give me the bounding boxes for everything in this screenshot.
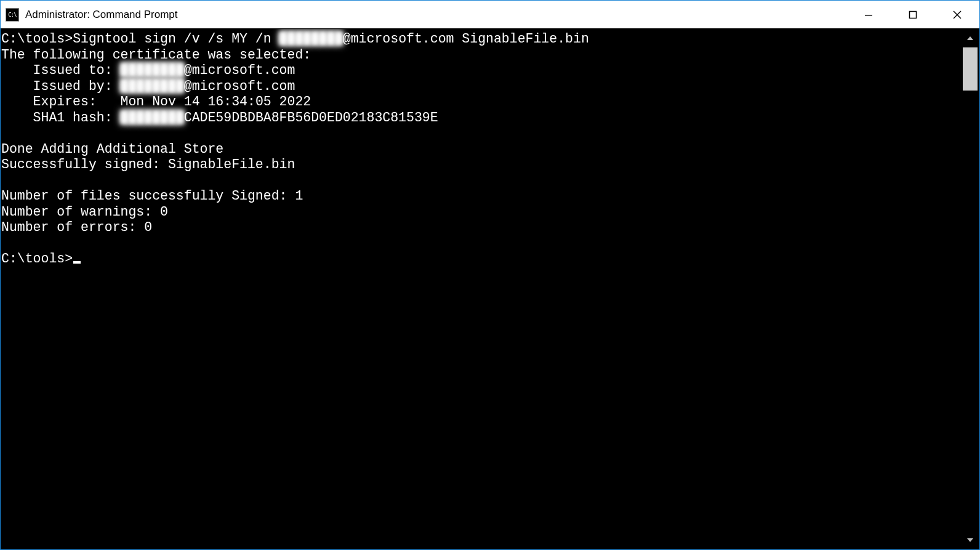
redacted-text: ████████ (121, 79, 184, 95)
output-line: Issued by: ████████@microsoft.com (1, 79, 961, 95)
command-line: C:\tools>Signtool sign /v /s MY /n █████… (1, 31, 961, 47)
field-label: SHA1 hash: (1, 110, 121, 125)
redacted-text: ████████ (121, 63, 184, 79)
close-button[interactable] (935, 1, 979, 28)
terminal-wrap: C:\tools>Signtool sign /v /s MY /n █████… (1, 29, 979, 549)
minimize-button[interactable] (846, 1, 891, 28)
field-value: @microsoft.com (184, 63, 295, 78)
terminal-output[interactable]: C:\tools>Signtool sign /v /s MY /n █████… (1, 29, 961, 549)
field-label: Issued to: (1, 63, 121, 78)
output-line: Number of errors: 0 (1, 220, 961, 236)
field-value: @microsoft.com (184, 79, 295, 94)
cursor (73, 261, 81, 264)
prompt-line: C:\tools> (1, 251, 961, 267)
blank-line (1, 173, 961, 189)
output-line: Expires: Mon Nov 14 16:34:05 2022 (1, 94, 961, 110)
field-label: Issued by: (1, 79, 121, 94)
vertical-scrollbar[interactable] (961, 29, 979, 549)
output-line: Successfully signed: SignableFile.bin (1, 157, 961, 173)
output-line: Done Adding Additional Store (1, 142, 961, 158)
window-controls (846, 1, 979, 28)
scroll-up-button[interactable] (961, 29, 979, 47)
output-line: Issued to: ████████@microsoft.com (1, 63, 961, 79)
svg-marker-5 (967, 538, 973, 542)
svg-rect-0 (865, 15, 872, 16)
app-icon: C:\ (6, 8, 19, 22)
output-line: Number of warnings: 0 (1, 204, 961, 220)
output-line: The following certificate was selected: (1, 47, 961, 63)
command-text: Signtool sign /v /s MY /n (73, 31, 279, 46)
scroll-down-button[interactable] (961, 531, 979, 549)
svg-rect-1 (910, 11, 917, 18)
maximize-button[interactable] (891, 1, 935, 28)
command-text: @microsoft.com SignableFile.bin (343, 31, 589, 46)
field-label: Expires: (1, 94, 121, 109)
field-value: Mon Nov 14 16:34:05 2022 (121, 94, 311, 109)
prompt: C:\tools> (1, 31, 73, 46)
blank-line (1, 126, 961, 142)
output-line: Number of files successfully Signed: 1 (1, 188, 961, 204)
window-title: Administrator: Command Prompt (25, 9, 846, 21)
scroll-thumb[interactable] (963, 47, 978, 91)
field-value: CADE59DBDBA8FB56D0ED02183C81539E (184, 110, 438, 125)
output-line: SHA1 hash: ████████CADE59DBDBA8FB56D0ED0… (1, 110, 961, 126)
prompt: C:\tools> (1, 251, 73, 266)
blank-line (1, 236, 961, 252)
titlebar[interactable]: C:\ Administrator: Command Prompt (1, 1, 979, 29)
svg-marker-4 (967, 36, 973, 40)
redacted-text: ████████ (121, 110, 184, 126)
redacted-text: ████████ (279, 31, 343, 47)
